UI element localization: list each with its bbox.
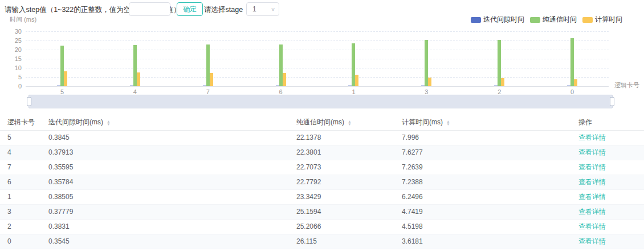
cell-gap: 0.35595 <box>41 160 289 175</box>
view-details-link[interactable]: 查看详情 <box>578 163 606 171</box>
chart-legend: 迭代间隙时间纯通信时间计算时间 <box>471 15 622 25</box>
legend-item-计算时间[interactable]: 计算时间 <box>582 15 622 25</box>
y-axis-title: 时间 (ms) <box>10 15 36 24</box>
view-details-link[interactable]: 查看详情 <box>578 222 606 230</box>
cell-gap: 0.35784 <box>41 175 289 189</box>
bar-计算时间-card6 <box>283 73 286 86</box>
legend-item-纯通信时间[interactable]: 纯通信时间 <box>530 15 577 25</box>
cell-gap: 0.3545 <box>41 234 289 249</box>
legend-label: 纯通信时间 <box>543 15 577 25</box>
cell-card: 1 <box>0 189 41 204</box>
cell-card: 0 <box>0 234 41 249</box>
view-details-link[interactable]: 查看详情 <box>578 133 606 141</box>
legend-swatch <box>530 17 540 23</box>
cell-compute: 7.2388 <box>394 175 571 189</box>
legend-swatch <box>582 17 593 23</box>
table-row-card5: 50.384522.13787.996查看详情 <box>0 130 644 145</box>
cell-comm: 25.2066 <box>289 219 394 234</box>
y-axis-tick-label: 30 <box>2 28 22 35</box>
cell-compute: 3.6181 <box>394 234 571 249</box>
table-row-card0: 00.354526.1153.6181查看详情 <box>0 234 644 249</box>
cell-card: 2 <box>0 219 41 234</box>
cell-gap: 0.37779 <box>41 204 289 219</box>
bar-计算时间-card5 <box>64 71 67 86</box>
cell-action: 查看详情 <box>571 234 644 249</box>
cell-action: 查看详情 <box>571 160 644 175</box>
table-row-card2: 20.383125.20664.5198查看详情 <box>0 219 644 234</box>
sort-icon[interactable]: ▲▼ <box>446 120 450 126</box>
cell-action: 查看详情 <box>571 219 644 234</box>
table-row-card4: 40.3791322.38017.6277查看详情 <box>0 145 644 160</box>
cell-compute: 7.6277 <box>394 145 571 160</box>
column-header-label: 迭代间隙时间(ms) <box>48 118 103 126</box>
column-header-label: 操作 <box>578 118 592 126</box>
cell-action: 查看详情 <box>571 175 644 189</box>
cell-gap: 0.3845 <box>41 130 289 145</box>
legend-swatch <box>471 17 481 23</box>
view-details-link[interactable]: 查看详情 <box>578 178 606 186</box>
cell-card: 5 <box>0 130 41 145</box>
bar-计算时间-card4 <box>137 72 140 86</box>
bar-计算时间-card2 <box>501 78 504 86</box>
column-header-计算时间(ms)[interactable]: 计算时间(ms)▲▼ <box>394 115 571 130</box>
gridline <box>26 59 609 59</box>
column-header-label: 纯通信时间(ms) <box>296 118 344 126</box>
cell-gap: 0.38505 <box>41 189 289 204</box>
cell-comm: 22.1378 <box>289 130 394 145</box>
column-header-label: 计算时间(ms) <box>402 118 443 126</box>
cell-card: 4 <box>0 145 41 160</box>
gridline <box>26 31 609 32</box>
cell-card: 6 <box>0 175 41 189</box>
bar-计算时间-card0 <box>574 79 577 86</box>
view-details-link[interactable]: 查看详情 <box>578 237 606 245</box>
cell-card: 7 <box>0 160 41 175</box>
x-axis-line <box>26 86 609 87</box>
cell-comm: 22.7073 <box>289 160 394 175</box>
y-axis-tick-label: 20 <box>2 46 22 53</box>
cell-action: 查看详情 <box>571 204 644 219</box>
cell-card: 3 <box>0 204 41 219</box>
dashboard-page: 请输入step值（1~322的正整数，值为空时展示平均值） 确定 请选择stag… <box>0 0 644 251</box>
data-zoom-left-handle[interactable] <box>27 97 31 106</box>
cell-comm: 23.3429 <box>289 189 394 204</box>
table-row-card6: 60.3578422.77927.2388查看详情 <box>0 175 644 189</box>
y-axis-tick-label: 5 <box>2 74 22 80</box>
metrics-table: 逻辑卡号迭代间隙时间(ms)▲▼纯通信时间(ms)▲▼计算时间(ms)▲▼操作 … <box>0 115 644 249</box>
column-header-逻辑卡号: 逻辑卡号 <box>0 115 41 130</box>
y-axis-tick-label: 25 <box>2 37 22 44</box>
cell-compute: 7.996 <box>394 130 571 145</box>
gridline <box>26 77 609 78</box>
legend-label: 计算时间 <box>595 15 622 25</box>
view-details-link[interactable]: 查看详情 <box>578 148 606 156</box>
gridline <box>26 68 609 68</box>
data-zoom-slider[interactable] <box>28 95 613 108</box>
sort-icon[interactable]: ▲▼ <box>348 120 352 126</box>
view-details-link[interactable]: 查看详情 <box>578 208 606 216</box>
gridline <box>26 50 609 50</box>
cell-gap: 0.3831 <box>41 219 289 234</box>
y-axis-tick-label: 0 <box>2 83 22 90</box>
column-header-纯通信时间(ms)[interactable]: 纯通信时间(ms)▲▼ <box>289 115 394 130</box>
cell-action: 查看详情 <box>571 130 644 145</box>
table-row-card1: 10.3850523.34296.2496查看详情 <box>0 189 644 204</box>
legend-item-迭代间隙时间[interactable]: 迭代间隙时间 <box>471 15 524 25</box>
table-row-card3: 30.3777925.15944.7419查看详情 <box>0 204 644 219</box>
column-header-迭代间隙时间(ms)[interactable]: 迭代间隙时间(ms)▲▼ <box>41 115 289 130</box>
cell-compute: 4.7419 <box>394 204 571 219</box>
table-header-row: 逻辑卡号迭代间隙时间(ms)▲▼纯通信时间(ms)▲▼计算时间(ms)▲▼操作 <box>0 115 644 130</box>
sort-icon[interactable]: ▲▼ <box>107 120 111 126</box>
y-axis-tick-label: 10 <box>2 64 22 71</box>
view-details-link[interactable]: 查看详情 <box>578 193 606 201</box>
data-zoom-right-handle[interactable] <box>610 97 614 106</box>
column-header-操作: 操作 <box>571 115 644 130</box>
column-header-label: 逻辑卡号 <box>7 118 35 126</box>
legend-label: 迭代间隙时间 <box>483 15 524 25</box>
bar-计算时间-card7 <box>210 73 213 86</box>
cell-compute: 7.2639 <box>394 160 571 175</box>
gridline <box>26 41 609 41</box>
table-body: 50.384522.13787.996查看详情40.3791322.38017.… <box>0 130 644 249</box>
cell-compute: 4.5198 <box>394 219 571 234</box>
y-axis-tick-label: 15 <box>2 55 22 62</box>
cell-comm: 22.3801 <box>289 145 394 160</box>
cell-comm: 26.115 <box>289 234 394 249</box>
